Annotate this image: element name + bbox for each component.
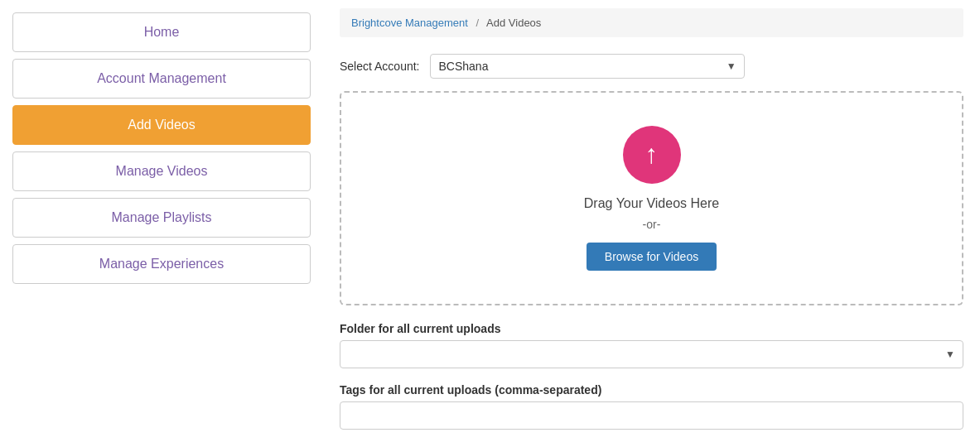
folder-select-dropdown[interactable]	[340, 340, 963, 368]
sidebar-item-manage-experiences-label: Manage Experiences	[99, 257, 224, 272]
sidebar-item-home-label: Home	[144, 25, 180, 40]
select-account-wrapper: BCShana ▼	[430, 54, 745, 79]
sidebar-item-manage-playlists[interactable]: Manage Playlists	[12, 198, 311, 238]
main-content: Brightcove Management / Add Videos Selec…	[323, 0, 980, 447]
or-text: -or-	[358, 218, 945, 231]
tags-field-group: Tags for all current uploads (comma-sepa…	[340, 383, 963, 430]
select-account-dropdown[interactable]: BCShana	[430, 54, 745, 79]
sidebar-item-home[interactable]: Home	[12, 12, 311, 52]
drop-zone[interactable]: ↑ Drag Your Videos Here -or- Browse for …	[340, 91, 963, 305]
tags-input[interactable]	[340, 401, 963, 430]
folder-select-wrapper: ▼	[340, 340, 963, 368]
breadcrumb-current: Add Videos	[486, 17, 541, 29]
sidebar: Home Account Management Add Videos Manag…	[0, 0, 323, 447]
browse-videos-button[interactable]: Browse for Videos	[587, 243, 717, 271]
select-account-row: Select Account: BCShana ▼	[340, 54, 963, 79]
sidebar-item-manage-videos[interactable]: Manage Videos	[12, 151, 311, 191]
breadcrumb-separator: /	[476, 17, 480, 29]
sidebar-item-manage-videos-label: Manage Videos	[116, 164, 208, 179]
upload-icon-circle: ↑	[623, 126, 681, 184]
folder-field-group: Folder for all current uploads ▼	[340, 322, 963, 368]
tags-label: Tags for all current uploads (comma-sepa…	[340, 383, 963, 397]
breadcrumb-parent-link[interactable]: Brightcove Management	[351, 17, 468, 29]
sidebar-item-account-management[interactable]: Account Management	[12, 59, 311, 99]
sidebar-item-account-management-label: Account Management	[97, 71, 226, 86]
sidebar-item-add-videos-label: Add Videos	[128, 118, 196, 132]
sidebar-item-manage-experiences[interactable]: Manage Experiences	[12, 244, 311, 284]
select-account-label: Select Account:	[340, 60, 420, 73]
sidebar-item-add-videos[interactable]: Add Videos	[12, 105, 311, 145]
sidebar-item-manage-playlists-label: Manage Playlists	[112, 210, 212, 225]
drag-text: Drag Your Videos Here	[358, 196, 945, 211]
upload-arrow-icon: ↑	[645, 141, 659, 167]
breadcrumb: Brightcove Management / Add Videos	[340, 8, 963, 37]
folder-label: Folder for all current uploads	[340, 322, 963, 335]
